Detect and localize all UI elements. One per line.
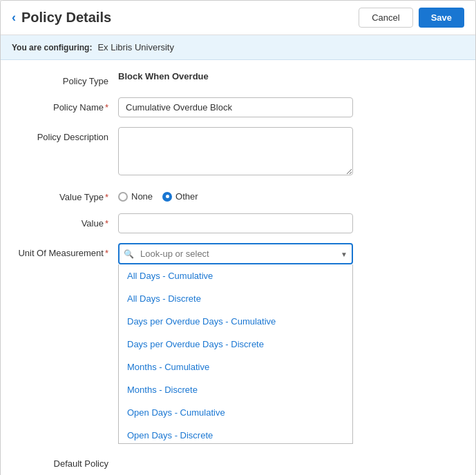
value-type-label: Value Type* [15,187,118,204]
value-control [118,213,461,233]
policy-name-control [118,97,461,117]
policy-details-window: ‹ Policy Details Cancel Save You are con… [0,0,476,475]
policy-type-value: Block When Overdue [118,71,461,81]
policy-description-row: Policy Description [15,127,461,177]
default-policy-row: Default Policy [15,454,461,470]
unit-dropdown-list: All Days - CumulativeAll Days - Discrete… [118,264,353,444]
radio-other-circle [162,192,172,202]
form-area: Policy Type Block When Overdue Policy Na… [1,60,475,475]
cancel-button[interactable]: Cancel [359,8,412,28]
radio-other[interactable]: Other [162,191,198,202]
save-button[interactable]: Save [419,8,464,28]
chevron-down-icon: ▼ [341,250,348,258]
unit-measurement-control: 🔍 ▼ All Days - CumulativeAll Days - Disc… [118,243,461,444]
radio-other-label: Other [175,191,198,202]
header-left: ‹ Policy Details [12,10,111,26]
policy-type-row: Policy Type Block When Overdue [15,71,461,88]
list-item[interactable]: Days per Overdue Days - Discrete [119,333,352,356]
radio-none-circle [118,192,128,202]
unit-measurement-label: Unit Of Measurement* [15,243,118,260]
list-item[interactable]: Months - Discrete [119,378,352,401]
policy-description-control [118,127,461,177]
radio-group: None Other [118,187,461,202]
config-label: You are configuring: [12,43,92,52]
value-row: Value* [15,213,461,233]
unit-search-input[interactable] [118,243,353,264]
value-type-row: Value Type* None Other [15,187,461,204]
radio-none[interactable]: None [118,191,153,202]
list-item[interactable]: Months - Cumulative [119,356,352,378]
search-icon: 🔍 [124,249,134,259]
policy-description-textarea[interactable] [118,127,353,175]
page-header: ‹ Policy Details Cancel Save [1,1,475,35]
page-title: Policy Details [21,10,111,26]
default-policy-label: Default Policy [15,454,118,470]
policy-name-input[interactable] [118,97,353,117]
config-banner: You are configuring: Ex Libris Universit… [1,35,475,60]
policy-name-label: Policy Name* [15,97,118,114]
back-button[interactable]: ‹ [12,10,16,25]
list-item[interactable]: Days per Overdue Days - Cumulative [119,310,352,333]
value-type-control: None Other [118,187,461,202]
header-buttons: Cancel Save [359,8,464,28]
value-label: Value* [15,213,118,230]
policy-description-label: Policy Description [15,127,118,144]
policy-type-label: Policy Type [15,71,118,88]
unit-measurement-row: Unit Of Measurement* 🔍 ▼ All Days - Cumu… [15,243,461,444]
unit-dropdown-wrapper: 🔍 ▼ [118,243,353,264]
value-input[interactable] [118,213,353,233]
list-item[interactable]: Open Days - Cumulative [119,401,352,424]
policy-name-row: Policy Name* [15,97,461,117]
list-item[interactable]: Open Days - Discrete [119,424,352,444]
config-value: Ex Libris University [97,42,174,52]
list-item[interactable]: All Days - Discrete [119,287,352,310]
list-item[interactable]: All Days - Cumulative [119,264,352,287]
radio-none-label: None [131,191,153,202]
